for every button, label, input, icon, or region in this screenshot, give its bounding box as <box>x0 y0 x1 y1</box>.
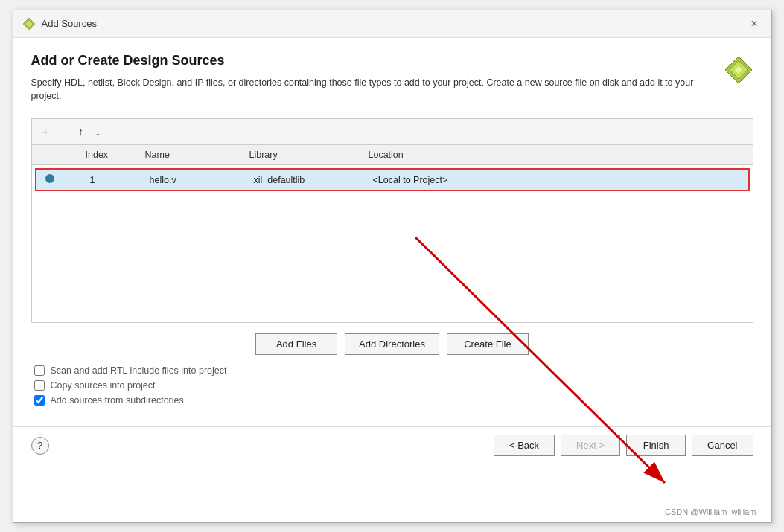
footer-left: ? <box>31 437 49 455</box>
close-button[interactable]: × <box>746 16 762 31</box>
scan-rtl-checkbox[interactable] <box>34 365 45 376</box>
dialog: Add Sources × Add or Create Design Sourc… <box>13 10 772 523</box>
add-directories-button[interactable]: Add Directories <box>345 333 439 355</box>
dialog-footer: ? < Back Next > Finish Cancel <box>13 426 771 464</box>
remove-item-button[interactable]: − <box>56 124 71 140</box>
dialog-title: Add Sources <box>42 18 97 29</box>
footer-right: < Back Next > Finish Cancel <box>494 435 753 456</box>
col-indicator <box>38 148 83 161</box>
move-up-button[interactable]: ↑ <box>74 124 88 140</box>
table-header: Index Name Library Location <box>32 145 753 165</box>
title-bar-left: Add Sources <box>22 17 97 31</box>
copy-sources-checkbox[interactable] <box>34 380 45 391</box>
page-title: Add or Create Design Sources <box>31 53 753 68</box>
sources-table: Index Name Library Location 1 hello.v xi… <box>31 144 753 323</box>
row-name: hello.v <box>147 173 251 187</box>
file-toolbar: + − ↑ ↓ <box>31 118 753 144</box>
description-text: Specify HDL, netlist, Block Design, and … <box>31 76 701 104</box>
add-item-button[interactable]: + <box>38 124 53 140</box>
content-area: Add or Create Design Sources Specify HDL… <box>13 38 771 427</box>
row-location: <Local to Project> <box>370 173 519 187</box>
watermark-text: CSDN @Willliam_william <box>665 507 756 516</box>
finish-button[interactable]: Finish <box>626 435 686 456</box>
table-row[interactable]: 1 hello.v xil_defaultlib <Local to Proje… <box>35 168 750 191</box>
vivado-logo <box>724 55 753 87</box>
back-button[interactable]: < Back <box>494 435 555 456</box>
file-status-icon <box>45 174 54 183</box>
action-buttons: Add Files Add Directories Create File <box>31 333 753 355</box>
options-checkboxes: Scan and add RTL include files into proj… <box>31 365 753 406</box>
add-subdirs-checkbox[interactable] <box>34 395 45 406</box>
create-file-button[interactable]: Create File <box>447 333 529 355</box>
copy-sources-label: Copy sources into project <box>51 380 156 391</box>
col-library: Library <box>246 148 366 161</box>
move-down-button[interactable]: ↓ <box>91 124 105 140</box>
title-bar: Add Sources × <box>13 10 771 38</box>
add-subdirs-label: Add sources from subdirectories <box>51 395 184 406</box>
add-subdirs-row: Add sources from subdirectories <box>34 395 750 406</box>
row-index: 1 <box>87 173 147 187</box>
help-button[interactable]: ? <box>31 437 49 455</box>
add-files-button[interactable]: Add Files <box>255 333 337 355</box>
row-indicator <box>42 173 87 187</box>
table-body: 1 hello.v xil_defaultlib <Local to Proje… <box>32 168 753 317</box>
scan-rtl-row: Scan and add RTL include files into proj… <box>34 365 750 376</box>
cancel-button[interactable]: Cancel <box>692 435 753 456</box>
vivado-icon <box>22 17 36 31</box>
col-location: Location <box>366 148 514 161</box>
scan-rtl-label: Scan and add RTL include files into proj… <box>51 365 227 376</box>
copy-sources-row: Copy sources into project <box>34 380 750 391</box>
logo-svg <box>724 55 753 85</box>
row-library: xil_defaultlib <box>251 173 370 187</box>
col-name: Name <box>142 148 246 161</box>
next-button[interactable]: Next > <box>561 435 620 456</box>
col-index: Index <box>83 148 142 161</box>
